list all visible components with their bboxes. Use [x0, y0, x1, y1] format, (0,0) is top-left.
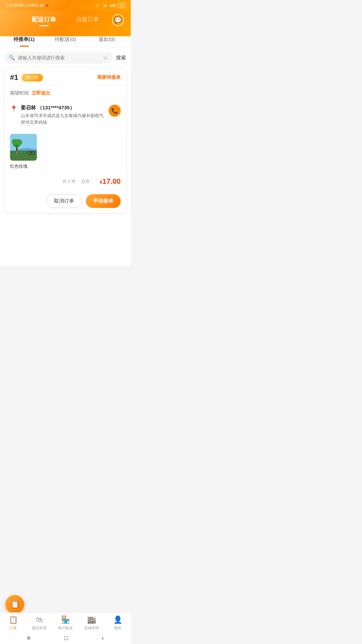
search-input[interactable] [18, 55, 99, 60]
total-price: ¥17.00 [100, 177, 121, 186]
order-number: #1 [10, 73, 18, 82]
phone-icon-symbol: 📞 [111, 108, 118, 114]
svg-point-6 [16, 139, 22, 145]
order-status: 商家待接单 [97, 74, 121, 80]
wifi-icon: wifi [110, 3, 116, 8]
order-header: #1 新订单 商家待接单 [5, 68, 126, 86]
svg-rect-2 [10, 151, 37, 161]
sub-tab-delivering[interactable]: 待配送(0) [45, 31, 86, 47]
search-button[interactable]: 搜索 [116, 55, 126, 61]
total-label: 总价： [81, 178, 94, 184]
search-bar: 🔍 ⊗ 搜索 [5, 52, 126, 64]
product-image [10, 134, 37, 161]
clear-icon[interactable]: ⊗ [102, 54, 109, 61]
call-button[interactable]: 📞 [109, 105, 121, 117]
order-count: 共 1 件 [62, 178, 76, 184]
action-buttons: 取消订单 手动接单 [5, 190, 126, 213]
header-tabs: 配送订单 自提订单 [19, 15, 112, 25]
product-item: 红色玫瑰 [10, 134, 121, 169]
sub-tabs: 待接单(1) 待配送(0) 退款(0) [0, 31, 131, 47]
status-right: ⚡ 📶 wifi 64 [95, 3, 125, 8]
customer-details: 姜召林 （131****4735） 山东省菏泽市成武县九女集镇汽修补胎电气焊河北… [21, 105, 105, 125]
search-icon: 🔍 [9, 55, 15, 61]
status-time: 上午10:56 [5, 3, 23, 8]
sub-tab-refund[interactable]: 退款(0) [86, 31, 127, 47]
order-summary: 共 1 件 总价： ¥17.00 [5, 174, 126, 190]
chat-icon[interactable]: 💬 [112, 14, 124, 26]
expect-time-row: 期望时间 立即送出 [5, 86, 126, 101]
search-input-wrapper: 🔍 ⊗ [5, 52, 113, 64]
notification-dot [46, 4, 48, 7]
tab-delivery-orders[interactable]: 配送订单 [32, 15, 56, 25]
status-network: | [25, 3, 26, 8]
order-card: #1 新订单 商家待接单 期望时间 立即送出 📍 姜召林 （131****473… [5, 68, 126, 213]
new-order-badge: 新订单 [21, 74, 43, 82]
status-bar: 上午10:56 | 0.9K/s ✉ ⚡ 📶 wifi 64 [0, 0, 131, 11]
bluetooth-icon: ⚡ [95, 3, 100, 8]
sub-tab-pending[interactable]: 待接单(1) [3, 31, 45, 47]
expect-time-value: 立即送出 [32, 90, 50, 96]
chat-icon-symbol: 💬 [114, 16, 122, 24]
product-name: 红色玫瑰 [10, 163, 27, 169]
customer-name: 姜召林 （131****4735） [21, 105, 105, 111]
battery-indicator: 64 [118, 3, 125, 8]
status-left: 上午10:56 | 0.9K/s ✉ [5, 3, 48, 8]
customer-address: 山东省菏泽市成武县九女集镇汽修补胎电气焊河北养鸡场 [21, 112, 105, 125]
mail-icon: ✉ [40, 3, 44, 8]
product-section: 红色玫瑰 [5, 130, 126, 174]
accept-order-button[interactable]: 手动接单 [86, 194, 121, 208]
status-speed: 0.9K/s [27, 3, 39, 8]
signal-icon: 📶 [102, 3, 108, 8]
customer-info: 📍 姜召林 （131****4735） 山东省菏泽市成武县九女集镇汽修补胎电气焊… [5, 101, 126, 130]
main-content: 待接单(1) 待配送(0) 退款(0) 🔍 ⊗ 搜索 #1 新订单 商家待接单 … [0, 31, 131, 266]
expect-time-label: 期望时间 [10, 90, 29, 96]
product-svg [10, 134, 37, 161]
cancel-order-button[interactable]: 取消订单 [46, 194, 82, 208]
location-icon: 📍 [10, 105, 17, 113]
order-number-section: #1 新订单 [10, 73, 43, 82]
tab-pickup-orders[interactable]: 自提订单 [76, 15, 99, 25]
